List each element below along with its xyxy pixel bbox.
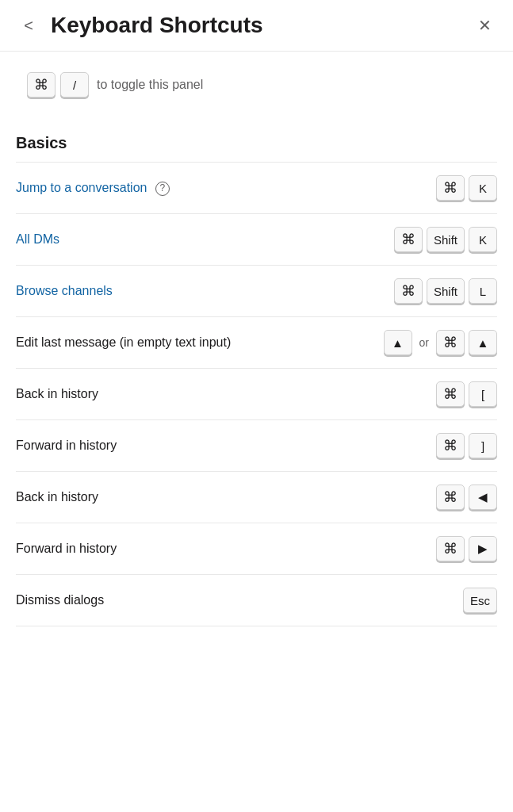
key-up2: ▲ xyxy=(469,330,497,355)
basics-title: Basics xyxy=(16,128,497,162)
shortcut-row-forward-history-2: Forward in history ⌘ ▶ xyxy=(16,523,497,575)
key-shift: Shift xyxy=(427,278,465,304)
keys-group: Esc xyxy=(463,588,497,613)
key-l: L xyxy=(469,278,497,304)
keys-group: ⌘ Shift K xyxy=(394,227,497,252)
shortcut-label: Back in history xyxy=(16,488,436,506)
key-left: ◀ xyxy=(469,485,497,510)
key-bracket-open: [ xyxy=(469,381,497,407)
key-k: K xyxy=(469,227,497,252)
key-up: ▲ xyxy=(384,330,412,355)
shortcut-row-edit-last-message: Edit last message (in empty text input) … xyxy=(16,317,497,369)
basics-section: Basics Jump to a conversation ? ⌘ K All … xyxy=(16,128,497,626)
key-cmd: ⌘ xyxy=(436,485,465,510)
key-cmd: ⌘ xyxy=(436,536,465,561)
keys-group: ⌘ Shift L xyxy=(394,278,497,304)
keys-group: ⌘ ◀ xyxy=(436,485,497,510)
shortcut-row-dismiss-dialogs: Dismiss dialogs Esc xyxy=(16,575,497,626)
key-right: ▶ xyxy=(469,536,497,561)
key-cmd: ⌘ xyxy=(394,227,423,252)
keys-group: ⌘ ▶ xyxy=(436,536,497,561)
shortcut-label: Back in history xyxy=(16,385,436,403)
key-bracket-close: ] xyxy=(469,433,497,458)
keys-group: ▲ or ⌘ ▲ xyxy=(384,330,497,355)
key-cmd: ⌘ xyxy=(436,330,465,355)
shortcut-label: Jump to a conversation ? xyxy=(16,179,436,197)
slash-key: / xyxy=(60,72,89,98)
header: < Keyboard Shortcuts ✕ xyxy=(0,0,513,52)
key-cmd: ⌘ xyxy=(394,278,423,304)
shortcut-label: Edit last message (in empty text input) xyxy=(16,334,384,351)
shortcut-label: Dismiss dialogs xyxy=(16,592,463,609)
shortcut-row-browse-channels: Browse channels ⌘ Shift L xyxy=(16,266,497,317)
help-icon: ? xyxy=(155,182,170,196)
content: ⌘ / to toggle this panel Basics Jump to … xyxy=(0,52,513,639)
shortcut-label: All DMs xyxy=(16,231,394,248)
close-button[interactable]: ✕ xyxy=(472,13,497,38)
key-cmd: ⌘ xyxy=(436,175,465,201)
or-text: or xyxy=(419,336,429,349)
keys-group: ⌘ K xyxy=(436,175,497,201)
shortcut-label: Forward in history xyxy=(16,437,436,454)
shortcut-label: Forward in history xyxy=(16,540,436,557)
shortcut-row-forward-history-1: Forward in history ⌘ ] xyxy=(16,420,497,472)
shortcut-row-all-dms: All DMs ⌘ Shift K xyxy=(16,214,497,266)
key-cmd: ⌘ xyxy=(436,381,465,407)
page-title: Keyboard Shortcuts xyxy=(51,13,472,38)
key-esc: Esc xyxy=(463,588,497,613)
shortcut-row-back-history-1: Back in history ⌘ [ xyxy=(16,369,497,420)
back-icon: < xyxy=(24,17,33,35)
back-button[interactable]: < xyxy=(16,13,41,38)
shortcut-row-back-history-2: Back in history ⌘ ◀ xyxy=(16,472,497,523)
toggle-hint-text: to toggle this panel xyxy=(97,78,203,92)
keys-group: ⌘ ] xyxy=(436,433,497,458)
key-k: K xyxy=(469,175,497,201)
key-cmd: ⌘ xyxy=(436,433,465,458)
key-shift: Shift xyxy=(427,227,465,252)
cmd-key: ⌘ xyxy=(27,72,56,98)
close-icon: ✕ xyxy=(478,16,492,35)
shortcut-row-jump-to-conversation: Jump to a conversation ? ⌘ K xyxy=(16,163,497,214)
toggle-hint: ⌘ / to toggle this panel xyxy=(16,64,497,105)
keys-group: ⌘ [ xyxy=(436,381,497,407)
shortcut-label: Browse channels xyxy=(16,282,394,300)
